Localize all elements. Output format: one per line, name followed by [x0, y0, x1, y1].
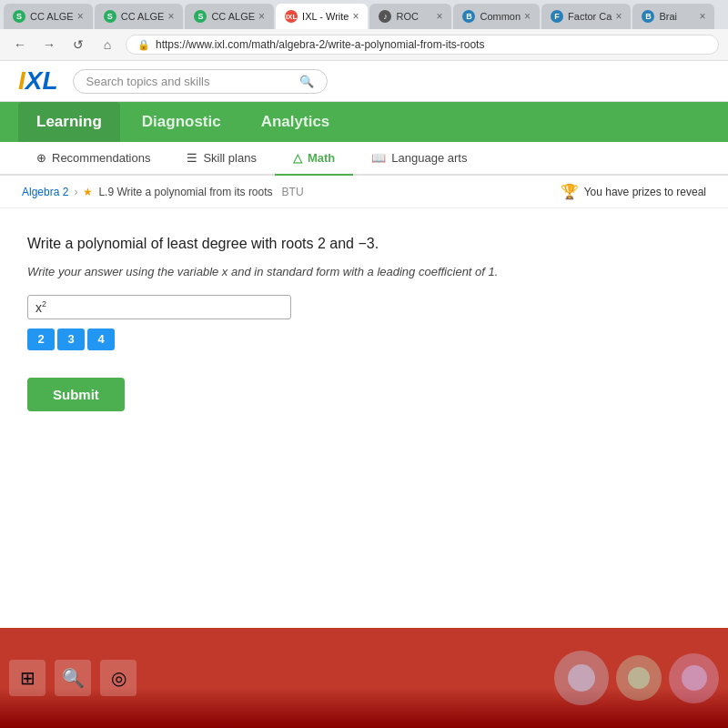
tab-close-4[interactable]: ×	[349, 10, 359, 23]
tab-roc[interactable]: ♪ ROC ×	[369, 4, 451, 29]
tab-close-2[interactable]: ×	[164, 10, 174, 23]
address-text: https://www.ixl.com/math/algebra-2/write…	[156, 38, 484, 51]
breadcrumb-star-icon: ★	[83, 186, 93, 198]
sub-nav: ⊕ Recommendations ☰ Skill plans △ Math 📖…	[0, 142, 728, 176]
search-icon: 🔍	[299, 75, 314, 88]
ixl-logo[interactable]: IXL	[18, 68, 58, 94]
taskbar-search-button[interactable]: 🔍	[55, 660, 91, 696]
exponent-buttons: 2 3 4	[27, 329, 701, 350]
breadcrumb-parent[interactable]: Algebra 2	[22, 186, 68, 198]
search-placeholder: Search topics and skills	[86, 75, 210, 88]
tab-close-6[interactable]: ×	[521, 10, 531, 23]
tab-close-3[interactable]: ×	[255, 10, 265, 23]
tab-icon-2: S	[104, 10, 116, 23]
sub-nav-math[interactable]: △ Math	[275, 142, 353, 176]
nav-analytics[interactable]: Analytics	[243, 102, 349, 142]
recommendations-icon: ⊕	[36, 151, 46, 165]
question-subtitle: Write your answer using the variable x a…	[27, 265, 701, 278]
search-box[interactable]: Search topics and skills 🔍	[73, 69, 328, 94]
refresh-button[interactable]: ↺	[67, 34, 89, 56]
nav-learning[interactable]: Learning	[18, 102, 120, 142]
taskbar-icon-1	[554, 651, 609, 705]
exp-btn-4[interactable]: 4	[87, 329, 115, 350]
main-content: Write a polynomial of least degree with …	[0, 208, 728, 527]
tab-icon-3: S	[194, 10, 207, 23]
tab-icon-4: IXL	[285, 10, 298, 23]
tab-cc-alge-1[interactable]: S CC ALGE ×	[4, 4, 93, 29]
tab-icon-6: B	[462, 10, 475, 23]
ixl-header: IXL Search topics and skills 🔍	[0, 61, 728, 102]
breadcrumb-chevron: ›	[74, 186, 77, 198]
tab-cc-alge-2[interactable]: S CC ALGE ×	[95, 4, 184, 29]
address-bar[interactable]: 🔒 https://www.ixl.com/math/algebra-2/wri…	[126, 35, 719, 55]
language-arts-icon: 📖	[371, 151, 386, 165]
tab-close-5[interactable]: ×	[432, 10, 442, 23]
submit-button[interactable]: Submit	[27, 378, 125, 411]
prizes-text: You have prizes to reveal	[584, 186, 706, 198]
tab-common[interactable]: B Common ×	[453, 4, 540, 29]
tab-brain[interactable]: B Brai ×	[632, 4, 714, 29]
tab-icon-1: S	[13, 10, 25, 23]
trophy-icon: 🏆	[561, 183, 579, 200]
browser-toolbar: ← → ↺ ⌂ 🔒 https://www.ixl.com/math/algeb…	[0, 29, 728, 61]
tab-factor[interactable]: F Factor Ca ×	[541, 4, 631, 29]
tab-icon-8: B	[642, 10, 654, 23]
exp-btn-2[interactable]: 2	[27, 329, 55, 350]
sub-nav-recommendations[interactable]: ⊕ Recommendations	[18, 142, 168, 176]
back-button[interactable]: ←	[9, 34, 31, 56]
question-title: Write a polynomial of least degree with …	[27, 236, 701, 252]
lock-icon: 🔒	[137, 39, 150, 51]
math-icon: △	[293, 151, 302, 165]
answer-input-row: x2	[27, 295, 701, 319]
sub-nav-skill-plans[interactable]: ☰ Skill plans	[168, 142, 275, 176]
skill-plans-icon: ☰	[187, 151, 197, 165]
tab-cc-alge-3[interactable]: S CC ALGE ×	[185, 4, 274, 29]
tab-close-1[interactable]: ×	[74, 10, 84, 23]
home-button[interactable]: ⌂	[96, 34, 118, 56]
breadcrumb-current: L.9 Write a polynomial from its roots	[98, 186, 272, 198]
tab-close-7[interactable]: ×	[612, 10, 622, 23]
browser-tabs: S CC ALGE × S CC ALGE × S CC ALGE × IXL …	[0, 0, 728, 29]
tab-icon-5: ♪	[379, 10, 391, 23]
exp-btn-3[interactable]: 3	[57, 329, 85, 350]
x2-prefix-label: x2	[35, 299, 46, 315]
sub-nav-language-arts[interactable]: 📖 Language arts	[353, 142, 485, 176]
answer-input[interactable]	[46, 300, 283, 315]
tab-close-8[interactable]: ×	[695, 10, 705, 23]
tab-icon-7: F	[551, 10, 563, 23]
input-with-prefix: x2	[27, 295, 291, 319]
breadcrumb-bar: Algebra 2 › ★ L.9 Write a polynomial fro…	[0, 176, 728, 208]
taskbar-icon-3	[669, 653, 719, 703]
breadcrumb-tag: BTU	[282, 186, 304, 198]
taskbar-cortana-button[interactable]: ◎	[100, 660, 136, 696]
taskbar-area: ⊞ 🔍 ◎	[0, 628, 728, 728]
taskbar-icon-2	[616, 655, 662, 701]
tab-ixl-write[interactable]: IXL IXL - Write ×	[276, 4, 368, 29]
main-nav: Learning Diagnostic Analytics	[0, 102, 728, 142]
forward-button[interactable]: →	[38, 34, 60, 56]
taskbar-windows-button[interactable]: ⊞	[9, 660, 46, 696]
prizes-area: 🏆 You have prizes to reveal	[561, 183, 706, 200]
answer-input-container: x2 2 3 4	[27, 295, 701, 350]
nav-diagnostic[interactable]: Diagnostic	[124, 102, 239, 142]
